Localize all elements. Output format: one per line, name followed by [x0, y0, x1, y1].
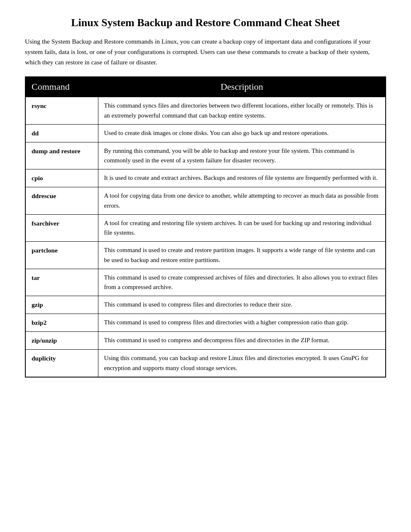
description-cell: This command is used to create compresse… [98, 269, 386, 296]
description-cell: This command is used to compress files a… [98, 314, 386, 332]
description-cell: Using this command, you can backup and r… [98, 350, 386, 377]
table-row: cpioIt is used to create and extract arc… [25, 169, 386, 187]
table-row: ddrescueA tool for copying data from one… [25, 187, 386, 215]
table-row: zip/unzipThis command is used to compres… [25, 332, 386, 350]
table-row: dump and restoreBy running this command,… [25, 142, 386, 169]
command-cell: dump and restore [25, 142, 98, 169]
description-cell: This command is used to compress and dec… [98, 332, 386, 350]
description-cell: This command is used to compress files a… [98, 296, 386, 314]
description-cell: This command syncs files and directories… [98, 97, 386, 124]
page-title: Linux System Backup and Restore Command … [25, 17, 386, 29]
command-cell: fsarchiver [25, 214, 98, 242]
table-row: gzipThis command is used to compress fil… [25, 296, 386, 314]
table-row: rsyncThis command syncs files and direct… [25, 97, 386, 124]
command-table: Command Description rsyncThis command sy… [25, 76, 386, 378]
command-cell: gzip [25, 296, 98, 314]
command-cell: partclone [25, 242, 98, 269]
description-cell: Used to create disk images or clone disk… [98, 124, 386, 142]
command-cell: tar [25, 269, 98, 296]
table-header-description: Description [98, 77, 386, 97]
description-cell: A tool for copying data from one device … [98, 187, 386, 215]
table-row: partcloneThis command is used to create … [25, 242, 386, 269]
command-cell: ddrescue [25, 187, 98, 215]
description-cell: It is used to create and extract archive… [98, 169, 386, 187]
table-row: tarThis command is used to create compre… [25, 269, 386, 296]
description-cell: By running this command, you will be abl… [98, 142, 386, 169]
command-cell: bzip2 [25, 314, 98, 332]
description-cell: This command is used to create and resto… [98, 242, 386, 269]
table-header-command: Command [25, 77, 98, 97]
table-row: fsarchiverA tool for creating and restor… [25, 214, 386, 242]
command-cell: zip/unzip [25, 332, 98, 350]
table-row: ddUsed to create disk images or clone di… [25, 124, 386, 142]
intro-paragraph: Using the System Backup and Restore comm… [25, 37, 386, 67]
table-row: duplicityUsing this command, you can bac… [25, 350, 386, 377]
description-cell: A tool for creating and restoring file s… [98, 214, 386, 242]
table-row: bzip2This command is used to compress fi… [25, 314, 386, 332]
command-cell: cpio [25, 169, 98, 187]
command-cell: duplicity [25, 350, 98, 377]
command-cell: rsync [25, 97, 98, 124]
command-cell: dd [25, 124, 98, 142]
